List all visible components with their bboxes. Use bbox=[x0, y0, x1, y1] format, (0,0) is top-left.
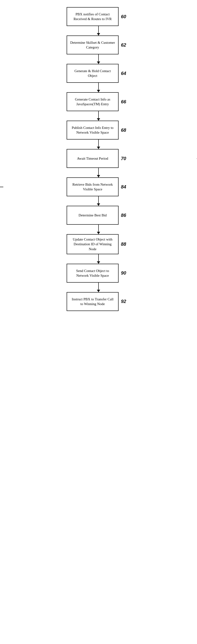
step-box-step-62: Determine Skillset & Customer Category bbox=[67, 36, 119, 54]
box-row-step-66: Generate Contact Info as JavaSpaces(TM) … bbox=[0, 92, 197, 111]
step-88: Update Contact Object with Destination I… bbox=[0, 234, 197, 264]
box-row-step-84: Retrieve Bids from Network Visible Space… bbox=[0, 178, 197, 196]
step-number-step-62: 62 bbox=[121, 42, 130, 48]
side-label-step-84: from bbox=[0, 184, 3, 190]
arrow-down-step-88 bbox=[98, 254, 99, 264]
step-box-step-86: Determine Best Bid bbox=[67, 206, 119, 225]
step-62: Determine Skillset & Customer Category62 bbox=[0, 36, 197, 64]
step-92: Instruct PBX to Transfer Call to Winning… bbox=[0, 292, 197, 311]
step-number-step-64: 64 bbox=[121, 71, 130, 76]
box-row-step-70: Await Timeout Period70to bbox=[0, 149, 197, 168]
arrow-down-step-64 bbox=[98, 83, 99, 92]
box-row-step-90: Send Contact Object to Network Visible S… bbox=[0, 264, 197, 282]
step-box-step-64: Generate & Hold Contact Object bbox=[67, 64, 119, 83]
arrow-down-step-86 bbox=[98, 225, 99, 234]
arrow-down-step-84 bbox=[98, 196, 99, 206]
box-row-step-86: Determine Best Bid86 bbox=[0, 206, 197, 225]
arrow-down-step-90 bbox=[98, 282, 99, 292]
step-box-step-60: PBX notifies of Contact Received & Route… bbox=[67, 7, 119, 26]
step-number-step-86: 86 bbox=[121, 212, 130, 218]
step-box-step-84: Retrieve Bids from Network Visible Space bbox=[67, 178, 119, 196]
step-60: PBX notifies of Contact Received & Route… bbox=[0, 7, 197, 36]
step-box-step-92: Instruct PBX to Transfer Call to Winning… bbox=[67, 292, 119, 311]
box-row-step-88: Update Contact Object with Destination I… bbox=[0, 234, 197, 254]
arrow-down-step-70 bbox=[98, 168, 99, 178]
step-number-step-84: 84 bbox=[121, 184, 130, 190]
box-row-step-64: Generate & Hold Contact Object64 bbox=[0, 64, 197, 83]
step-64: Generate & Hold Contact Object64 bbox=[0, 64, 197, 92]
step-68: Publish Contact Info Entry to Network Vi… bbox=[0, 120, 197, 149]
step-box-step-70: Await Timeout Period bbox=[67, 149, 119, 168]
step-box-step-68: Publish Contact Info Entry to Network Vi… bbox=[67, 120, 119, 140]
step-86: Determine Best Bid86 bbox=[0, 206, 197, 234]
step-number-step-92: 92 bbox=[121, 299, 130, 304]
arrow-down-step-68 bbox=[98, 140, 99, 149]
flowchart: PBX notifies of Contact Received & Route… bbox=[0, 0, 197, 325]
step-70: Await Timeout Period70to bbox=[0, 149, 197, 178]
step-number-step-68: 68 bbox=[121, 128, 130, 133]
step-90: Send Contact Object to Network Visible S… bbox=[0, 264, 197, 292]
arrow-down-step-62 bbox=[98, 54, 99, 64]
step-number-step-60: 60 bbox=[121, 14, 130, 20]
box-row-step-92: Instruct PBX to Transfer Call to Winning… bbox=[0, 292, 197, 311]
step-66: Generate Contact Info as JavaSpaces(TM) … bbox=[0, 92, 197, 120]
step-number-step-70: 70 bbox=[121, 156, 130, 161]
step-box-step-88: Update Contact Object with Destination I… bbox=[67, 234, 119, 254]
box-row-step-60: PBX notifies of Contact Received & Route… bbox=[0, 7, 197, 26]
box-row-step-62: Determine Skillset & Customer Category62 bbox=[0, 36, 197, 54]
step-number-step-90: 90 bbox=[121, 270, 130, 276]
box-row-step-68: Publish Contact Info Entry to Network Vi… bbox=[0, 120, 197, 140]
step-box-step-90: Send Contact Object to Network Visible S… bbox=[67, 264, 119, 282]
arrow-down-step-60 bbox=[98, 26, 99, 36]
step-84: Retrieve Bids from Network Visible Space… bbox=[0, 178, 197, 206]
step-number-step-66: 66 bbox=[121, 99, 130, 104]
step-number-step-88: 88 bbox=[121, 242, 130, 247]
step-box-step-66: Generate Contact Info as JavaSpaces(TM) … bbox=[67, 92, 119, 111]
arrow-down-step-66 bbox=[98, 111, 99, 120]
